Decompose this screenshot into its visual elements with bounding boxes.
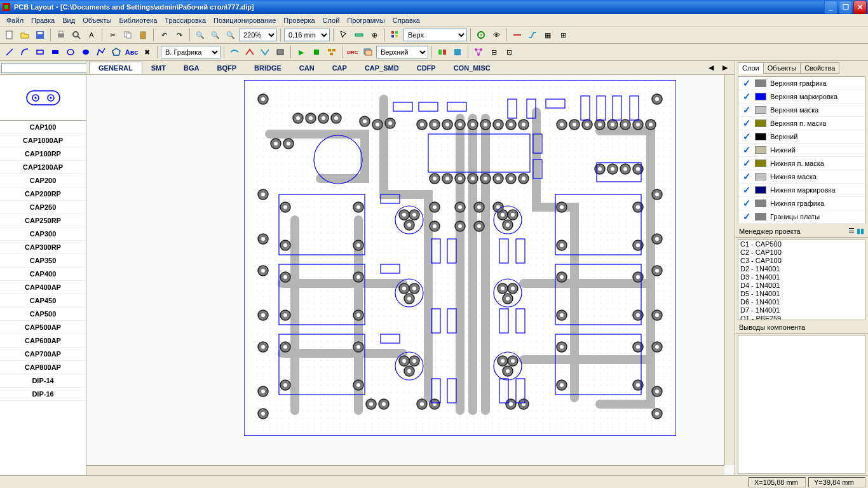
list-item[interactable]: CAP100 — [0, 121, 86, 134]
check-icon[interactable]: ✓ — [738, 158, 755, 169]
zoom-in-icon[interactable]: 🔍 — [208, 28, 222, 42]
origin2-icon[interactable]: 👁 — [489, 28, 503, 42]
arrange-icon[interactable] — [325, 45, 339, 59]
cut-icon[interactable]: ✂ — [105, 28, 119, 42]
list-item[interactable]: CAP100RP — [0, 147, 86, 161]
menu-layer[interactable]: Слой — [319, 15, 344, 25]
list-item[interactable]: D7 - 1N4001 — [740, 306, 863, 315]
layer-row[interactable]: ✓Нижняя п. маска — [738, 157, 865, 170]
menu-edit[interactable]: Правка — [27, 15, 58, 25]
zoom-combo[interactable]: 220% — [239, 29, 277, 41]
check-icon[interactable]: ✓ — [738, 211, 755, 222]
arc-icon[interactable] — [18, 45, 32, 59]
menu-view[interactable]: Вид — [58, 15, 79, 25]
menu-routing[interactable]: Трассировка — [161, 15, 210, 25]
menu-positioning[interactable]: Позиционирование — [210, 15, 280, 25]
pm-btn2-icon[interactable]: ▮▮ — [857, 227, 864, 234]
check-icon[interactable]: ✓ — [738, 171, 755, 182]
list-item[interactable]: CAP250RP — [0, 214, 86, 227]
print-icon[interactable] — [54, 28, 68, 42]
tab-next-icon[interactable]: ▶ — [718, 61, 732, 75]
open-icon[interactable] — [18, 28, 32, 42]
paste-icon[interactable] — [136, 28, 150, 42]
list-item[interactable]: CAP300 — [0, 227, 86, 241]
layers-list[interactable]: ✓Верхняя графика✓Верхняя маркировка✓Верх… — [738, 76, 865, 224]
drc-icon[interactable]: DRC — [346, 45, 360, 59]
menu-objects[interactable]: Объекты — [79, 15, 115, 25]
list-item[interactable]: CAP500AP — [0, 321, 86, 334]
list-item[interactable]: CAP600AP — [0, 334, 86, 348]
list-item[interactable]: CAP1000AP — [0, 134, 86, 147]
list-item[interactable]: D2 - 1N4001 — [740, 265, 863, 273]
redo-icon[interactable]: ↷ — [172, 28, 186, 42]
list-item[interactable]: CAP450 — [0, 294, 86, 308]
rect-icon[interactable] — [33, 45, 47, 59]
list-item[interactable]: CAP350 — [0, 254, 86, 268]
check-icon[interactable]: ✓ — [738, 118, 755, 129]
tab-cap[interactable]: CAP — [323, 62, 356, 74]
canvas-scroll-vertical[interactable] — [724, 75, 735, 465]
tab-bga[interactable]: BGA — [175, 62, 208, 74]
layer-row[interactable]: ✓Нижний — [738, 144, 865, 157]
tab-general[interactable]: GENERAL — [89, 62, 142, 74]
layers-icon[interactable] — [361, 45, 375, 59]
list-item[interactable]: D5 - 1N4001 — [740, 290, 863, 298]
list-item[interactable]: CAP500 — [0, 308, 86, 321]
del-icon[interactable]: ✖ — [140, 45, 154, 59]
preview-icon[interactable] — [69, 28, 83, 42]
check-icon[interactable]: ✓ — [738, 91, 755, 102]
net3-icon[interactable]: ⊡ — [502, 45, 516, 59]
menu-help[interactable]: Справка — [389, 15, 424, 25]
text-icon[interactable]: A — [85, 28, 98, 42]
component-list[interactable]: CAP100CAP1000APCAP100RPCAP1200APCAP200CA… — [0, 121, 86, 475]
list-item[interactable]: Q1 - PBF259 — [740, 315, 863, 320]
text2-icon[interactable]: Авс — [125, 45, 139, 59]
ellipse-fill-icon[interactable] — [79, 45, 93, 59]
check-icon[interactable]: ✓ — [738, 198, 755, 209]
project-manager-list[interactable]: C1 - CAP500C2 - CAP100C3 - CAP100D2 - 1N… — [738, 239, 865, 320]
play-icon[interactable]: ▶ — [294, 45, 308, 59]
list-item[interactable]: CAP400AP — [0, 281, 86, 294]
tab-can[interactable]: CAN — [290, 62, 323, 74]
trace-icon[interactable] — [526, 28, 539, 42]
zoom-fit-icon[interactable]: 🔍 — [224, 28, 238, 42]
list-item[interactable]: D6 - 1N4001 — [740, 298, 863, 306]
list-item[interactable]: C2 - CAP100 — [740, 248, 863, 257]
grid3-icon[interactable]: ⊞ — [556, 28, 570, 42]
line-icon[interactable] — [3, 45, 17, 59]
layer-row[interactable]: ✓Верхняя маска — [738, 104, 865, 117]
list-item[interactable]: CAP250 — [0, 201, 86, 214]
layer-row[interactable]: ✓Нижняя маркировка — [738, 184, 865, 197]
list-item[interactable]: D4 - 1N4001 — [740, 281, 863, 290]
ellipse-icon[interactable] — [64, 45, 78, 59]
select-icon[interactable] — [337, 28, 351, 42]
check-icon[interactable]: ✓ — [738, 144, 755, 156]
layer-row[interactable]: ✓Верхняя маркировка — [738, 90, 865, 104]
undo-icon[interactable]: ↶ — [157, 28, 171, 42]
tab-cap-smd[interactable]: CAP_SMD — [356, 62, 408, 74]
list-item[interactable]: DIP-16 — [0, 388, 86, 401]
layer-top-combo[interactable]: Верх — [403, 29, 467, 41]
check-icon[interactable]: ✓ — [738, 104, 755, 116]
layer-row[interactable]: ✓Верхний — [738, 130, 865, 144]
poly-icon[interactable] — [94, 45, 108, 59]
dim-icon[interactable] — [510, 28, 524, 42]
list-item[interactable]: CAP200 — [0, 174, 86, 187]
menu-file[interactable]: Файл — [3, 15, 27, 25]
renumber-icon[interactable] — [435, 45, 449, 59]
list-item[interactable]: CAP1200AP — [0, 161, 86, 174]
close-button[interactable]: ✕ — [853, 1, 867, 14]
pcb-board[interactable] — [244, 80, 676, 436]
list-item[interactable]: CAP400 — [0, 268, 86, 281]
maximize-button[interactable]: ❐ — [839, 1, 852, 14]
step-icon[interactable] — [309, 45, 323, 59]
canvas[interactable] — [86, 75, 735, 475]
rtab-layers[interactable]: Слои — [738, 62, 764, 74]
tab-prev-icon[interactable]: ◀ — [704, 61, 718, 75]
pins-box[interactable] — [738, 335, 865, 474]
layer-row[interactable]: ✓Границы платы — [738, 210, 865, 224]
polygon-icon[interactable] — [109, 45, 123, 59]
copy-icon[interactable] — [121, 28, 135, 42]
menu-library[interactable]: Библиотека — [116, 15, 161, 25]
grid2-icon[interactable] — [388, 28, 402, 42]
